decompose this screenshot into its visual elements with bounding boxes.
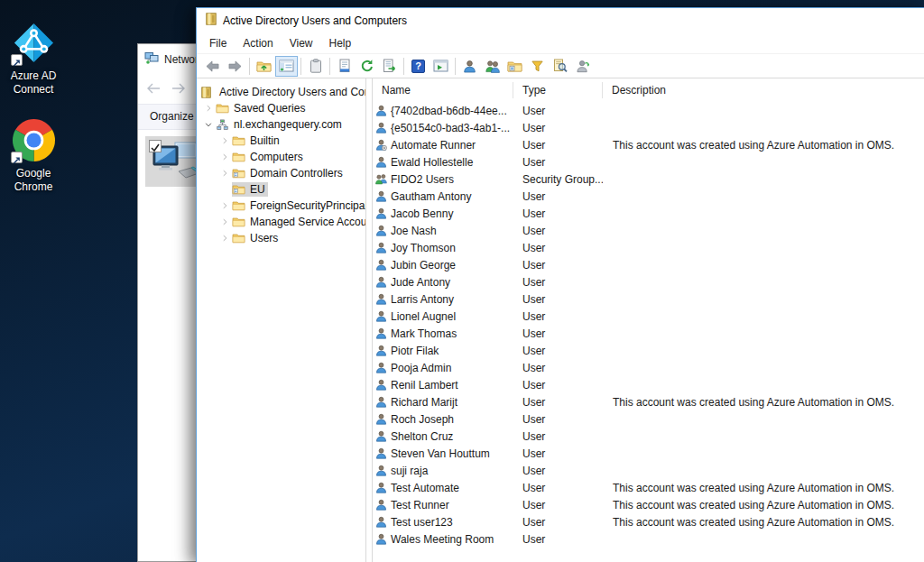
menu-help[interactable]: Help [321,35,360,51]
toolbar-separator [403,58,404,75]
user-icon [375,430,388,443]
menu-action[interactable]: Action [235,35,281,51]
new-ou-icon[interactable] [504,56,526,77]
toolbar: ? [197,53,924,78]
list-row[interactable]: Piotr FilakUser [373,342,924,359]
list-row[interactable]: Ewald HollestelleUser [373,153,924,170]
tree-item-builtin[interactable]: Builtin [197,133,365,149]
list-row[interactable]: Gautham AntonyUser [373,188,924,205]
list-row[interactable]: Test AutomateUserThis account was create… [373,479,924,496]
user-icon [375,499,388,511]
object-type: User [513,156,603,169]
find-icon[interactable] [549,56,571,77]
new-user-icon[interactable] [458,56,481,77]
tree-item-users[interactable]: Users [197,230,365,246]
tree-item-computers[interactable]: Computers [197,149,365,165]
person-task-icon[interactable] [571,56,594,77]
back-arrow-icon[interactable] [146,81,161,97]
up-level-icon[interactable] [253,56,275,77]
chevron-right-icon[interactable] [217,217,232,226]
titlebar[interactable]: Active Directory Users and Computers [197,8,924,33]
object-name: Joy Thomson [391,242,456,254]
tree-item-saved-queries[interactable]: Saved Queries [197,100,365,116]
tree-item-nl-exchangequery-com[interactable]: nl.exchangequery.com [197,116,365,133]
list-row[interactable]: {e50154c0-bad3-4ab1-...User [373,119,924,136]
object-name: Renil Lambert [391,379,458,392]
list-row[interactable]: Wales Meeting RoomUser [373,530,924,548]
tree-item-managed-service-accoun[interactable]: Managed Service Accoun [197,214,365,230]
export-list-icon[interactable] [378,56,401,77]
chevron-right-icon[interactable] [217,169,232,178]
object-name: {7402dbad-b6db-44ee... [391,105,507,117]
list-row[interactable]: Joe NashUser [373,222,924,239]
menu-file[interactable]: File [201,35,235,51]
object-name: Test user123 [391,516,453,529]
chevron-right-icon[interactable] [217,234,232,243]
object-name: {e50154c0-bad3-4ab1-... [391,122,510,134]
tree-item-label: ForeignSecurityPrincipals [247,198,365,213]
list-row[interactable]: Jacob BennyUser [373,205,924,222]
list-row[interactable]: Larris AntonyUser [373,290,924,308]
list-row[interactable]: Mark ThomasUser [373,325,924,342]
chevron-right-icon[interactable] [217,136,232,145]
tree-item-eu[interactable]: EU [197,181,365,198]
checkbox-icon[interactable] [149,140,162,152]
list-row[interactable]: Steven Van HouttumUser [373,445,924,462]
help-icon[interactable]: ? [407,56,430,77]
list-row[interactable]: Jude AntonyUser [373,273,924,290]
column-header-type[interactable]: Type [513,82,603,98]
list-row[interactable]: FIDO2 UsersSecurity Group... [373,170,924,188]
list-row[interactable]: Test RunnerUserThis account was created … [373,496,924,513]
list-row[interactable]: Lionel AugnelUser [373,308,924,325]
object-type: Security Group... [513,173,603,186]
object-type: User [513,362,603,374]
filter-icon[interactable] [526,56,549,77]
chevron-right-icon[interactable] [201,104,216,113]
chevron-right-icon[interactable] [217,201,232,210]
console-tree-icon[interactable] [275,56,298,77]
tree-item-label: Domain Controllers [247,166,346,180]
list-row[interactable]: Richard MarijtUserThis account was creat… [373,393,924,410]
folder-icon [232,152,247,162]
domain-icon [216,119,231,131]
list-row[interactable]: Renil LambertUser [373,376,924,393]
menu-view[interactable]: View [282,35,321,51]
object-name: FIDO2 Users [391,173,454,186]
list-row[interactable]: Joy ThomsonUser [373,239,924,256]
properties-icon[interactable] [333,56,356,77]
tree-item-foreignsecurityprincipals[interactable]: ForeignSecurityPrincipals [197,198,365,214]
refresh-icon[interactable] [356,56,378,77]
list-row[interactable]: suji rajaUser [373,462,924,479]
list-row[interactable]: Automate RunnerUserThis account was crea… [373,136,924,153]
desktop-icon-azure-ad-connect[interactable]: Azure AD Connect [0,22,67,97]
object-list-pane: NameTypeDescription {7402dbad-b6db-44ee.… [373,78,924,562]
tree-item-domain-controllers[interactable]: Domain Controllers [197,165,365,181]
column-header-name[interactable]: Name [373,82,513,98]
chevron-right-icon[interactable] [217,152,232,161]
list-row[interactable]: Jubin GeorgeUser [373,256,924,273]
clipboard-icon[interactable] [304,56,327,77]
show-window-icon[interactable] [430,56,452,77]
list-row[interactable]: Shelton CruzUser [373,428,924,445]
user-icon [375,225,388,237]
list-row[interactable]: Roch JosephUser [373,410,924,428]
list-row[interactable]: Test user123UserThis account was created… [373,513,924,530]
object-name: suji raja [391,465,428,477]
back-icon[interactable] [201,56,224,77]
aduc-window: Active Directory Users and Computers Fil… [196,7,924,562]
chevron-down-icon[interactable] [201,120,216,129]
desktop-icon-google-chrome[interactable]: Google Chrome [0,119,67,194]
forward-arrow-icon[interactable] [171,81,186,97]
forward-icon[interactable] [224,56,246,77]
tree-item-active-directory-users-and-com[interactable]: Active Directory Users and Com [197,84,365,100]
list-row[interactable]: Pooja AdminUser [373,359,924,376]
column-header-description[interactable]: Description [603,82,924,98]
list-row[interactable]: {7402dbad-b6db-44ee...User [373,102,924,119]
pane-splitter[interactable] [366,78,373,562]
folder-icon [232,135,247,146]
new-group-icon[interactable] [481,56,504,77]
user-icon [375,276,388,289]
object-name: Shelton Cruz [391,430,453,443]
object-name: Richard Marijt [391,396,457,409]
object-name: Test Automate [391,482,459,494]
